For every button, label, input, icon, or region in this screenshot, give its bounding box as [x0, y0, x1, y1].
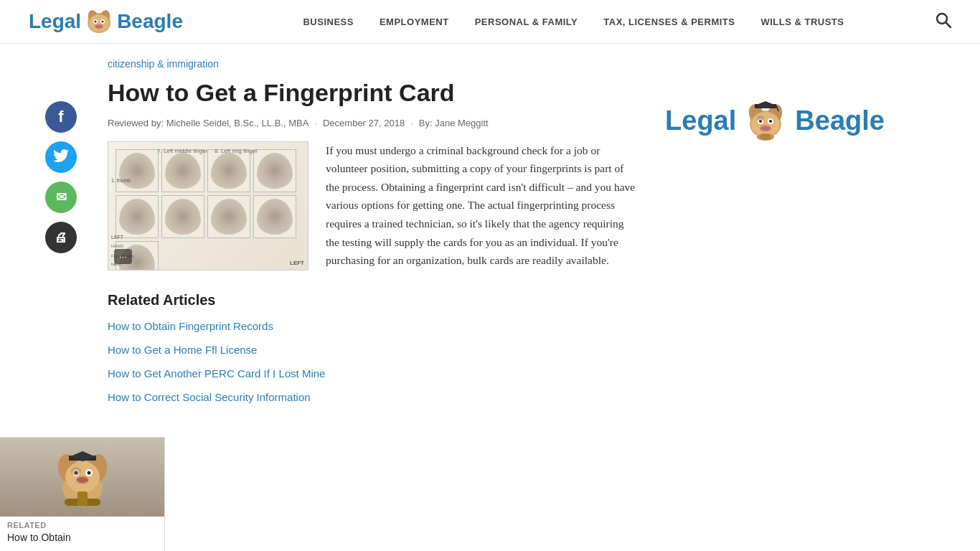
nav-employment[interactable]: EMPLOYMENT — [367, 11, 462, 33]
main-nav: BUSINESS EMPLOYMENT PERSONAL & FAMILY TA… — [212, 11, 936, 33]
fp-cell-3 — [207, 149, 250, 192]
article-body: 7. Left middle finger 8. Left ring finge… — [108, 141, 639, 270]
logo-text-left: Legal — [29, 10, 81, 33]
twitter-share-button[interactable] — [45, 141, 77, 173]
email-share-button[interactable]: ✉ — [45, 182, 77, 213]
related-link-3[interactable]: How to Get Another PERC Card If I Lost M… — [108, 366, 639, 381]
print-icon: 🖨 — [55, 230, 67, 245]
fp-cell-8 — [253, 195, 296, 238]
fp-cell-1 — [116, 149, 159, 192]
fingerprint-card-visual: 7. Left middle finger 8. Left ring finge… — [108, 142, 308, 270]
svg-rect-27 — [760, 134, 771, 140]
main-wrapper: f ✉ 🖨 citizenship & immigration How to G… — [0, 44, 980, 428]
sidebar-logo-beagle: Beagle — [795, 105, 885, 136]
facebook-icon: f — [58, 108, 63, 126]
date-meta: December 27, 2018 — [323, 118, 405, 128]
site-logo[interactable]: Legal Beagle — [29, 7, 183, 36]
nav-personal-family[interactable]: PERSONAL & FAMILY — [462, 11, 591, 33]
sidebar-right: Legal — [653, 58, 882, 413]
svg-point-21 — [760, 126, 771, 131]
search-icon[interactable] — [936, 12, 951, 32]
svg-point-15 — [751, 112, 780, 136]
fp-cell-5 — [116, 195, 159, 238]
related-link-2[interactable]: How to Get a Home Ffl License — [108, 342, 639, 357]
nav-wills[interactable]: WILLS & TRUSTS — [748, 11, 857, 33]
nav-business[interactable]: BUSINESS — [290, 11, 366, 33]
svg-line-11 — [946, 22, 951, 27]
page-title: How to Get a Fingerprint Card — [108, 78, 639, 108]
facebook-share-button[interactable]: f — [45, 101, 77, 133]
svg-point-25 — [757, 116, 764, 121]
meta-dot-1: · — [314, 118, 317, 128]
article-text: If you must undergo a criminal backgroun… — [326, 141, 639, 270]
fp-cell-2 — [161, 149, 204, 192]
related-link-1[interactable]: How to Obtain Fingerprint Records — [108, 319, 639, 334]
sidebar-logo-text: Legal — [665, 101, 885, 141]
svg-point-9 — [95, 25, 103, 28]
article-meta: Reviewed by: Michelle Seidel, B.Sc., LL.… — [108, 118, 639, 128]
site-header: Legal Beagle BUSINESS EMPLOYMENT PERSONA… — [0, 0, 980, 44]
sidebar-dog-icon — [740, 101, 791, 141]
related-articles-section: Related Articles How to Obtain Fingerpri… — [108, 292, 639, 405]
twitter-icon — [53, 149, 69, 166]
reviewer-meta: Reviewed by: Michelle Seidel, B.Sc., LL.… — [108, 118, 308, 128]
content-area: citizenship & immigration How to Get a F… — [93, 58, 653, 413]
breadcrumb[interactable]: citizenship & immigration — [108, 58, 639, 70]
meta-dot-2: · — [410, 118, 413, 128]
logo-dog-icon — [81, 7, 117, 36]
related-articles-title: Related Articles — [108, 292, 639, 309]
svg-point-6 — [95, 21, 97, 23]
email-icon: ✉ — [56, 189, 67, 205]
print-button[interactable]: 🖨 — [45, 222, 77, 253]
more-button[interactable]: ··· — [114, 249, 132, 264]
nav-tax[interactable]: TAX, LICENSES & PERMITS — [590, 11, 748, 33]
sidebar-logo-legal: Legal — [665, 105, 736, 136]
sidebar-logo: Legal — [665, 101, 885, 141]
logo-text-right: Beagle — [117, 10, 183, 33]
social-sidebar: f ✉ 🖨 — [29, 58, 93, 413]
article-image: 7. Left middle finger 8. Left ring finge… — [108, 141, 308, 270]
fp-cell-6 — [161, 195, 204, 238]
related-link-4[interactable]: How to Correct Social Security Informati… — [108, 390, 639, 405]
author-meta: By: Jane Meggitt — [419, 118, 489, 128]
fp-cell-7 — [207, 195, 250, 238]
svg-point-19 — [769, 120, 772, 123]
fp-cell-4 — [253, 149, 296, 192]
svg-point-7 — [102, 21, 104, 23]
